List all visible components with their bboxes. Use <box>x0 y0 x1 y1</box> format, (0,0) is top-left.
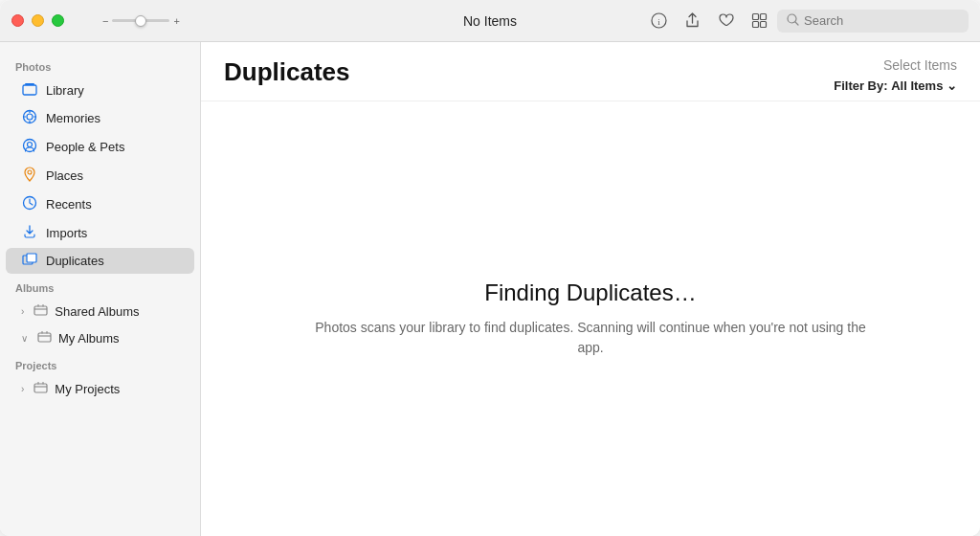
search-input[interactable] <box>804 13 959 28</box>
recents-icon <box>21 195 38 213</box>
my-projects-chevron: › <box>21 384 24 394</box>
content-header: Duplicates Select Items Filter By: All I… <box>201 42 980 101</box>
svg-rect-21 <box>27 254 36 262</box>
favorite-button[interactable] <box>716 11 736 31</box>
slider-thumb <box>135 15 146 27</box>
filter-label: Filter By: <box>834 78 887 93</box>
sidebar-item-shared-albums[interactable]: › Shared Albums <box>6 299 194 324</box>
zoom-out-icon[interactable]: − <box>102 15 108 27</box>
shared-albums-icon <box>32 303 49 320</box>
svg-rect-9 <box>25 83 34 85</box>
sidebar-item-places[interactable]: Places <box>6 162 194 190</box>
titlebar-icon-group: i <box>649 11 769 31</box>
sidebar-item-duplicates[interactable]: Duplicates <box>6 248 194 274</box>
filter-chevron-icon: ⌄ <box>947 78 957 93</box>
memories-icon <box>21 109 38 127</box>
projects-section-label: Projects <box>0 352 200 375</box>
sidebar: Photos Library <box>0 42 201 536</box>
imports-label: Imports <box>46 226 87 240</box>
search-icon <box>787 13 799 29</box>
svg-rect-8 <box>23 85 36 95</box>
svg-text:i: i <box>657 17 660 27</box>
svg-line-7 <box>795 22 798 25</box>
svg-rect-22 <box>34 306 47 315</box>
sidebar-item-imports[interactable]: Imports <box>6 219 194 247</box>
albums-section-label: Albums <box>0 275 200 298</box>
finding-title: Finding Duplicates… <box>484 279 696 306</box>
page-title: Duplicates <box>224 57 350 87</box>
places-label: Places <box>46 168 83 183</box>
finding-subtitle: Photos scans your library to find duplic… <box>313 318 868 358</box>
content-area: Duplicates Select Items Filter By: All I… <box>201 42 980 536</box>
close-button[interactable] <box>11 14 24 27</box>
people-pets-icon <box>21 138 38 156</box>
duplicates-icon <box>21 253 38 269</box>
share-button[interactable] <box>682 11 702 31</box>
minimize-button[interactable] <box>32 14 44 27</box>
sidebar-item-my-projects[interactable]: › My Projects <box>6 376 194 402</box>
zoom-slider-container: − + <box>102 15 180 27</box>
sidebar-item-memories[interactable]: Memories <box>6 104 194 132</box>
svg-rect-23 <box>38 333 51 342</box>
traffic-lights <box>11 14 64 27</box>
header-actions: Select Items Filter By: All Items ⌄ <box>834 57 957 93</box>
shared-albums-chevron: › <box>21 306 24 317</box>
titlebar-no-items: No Items <box>463 13 517 29</box>
library-icon <box>21 82 38 99</box>
svg-rect-24 <box>34 384 47 392</box>
sidebar-item-recents[interactable]: Recents <box>6 190 194 218</box>
maximize-button[interactable] <box>52 14 64 27</box>
titlebar-right: i <box>649 10 969 33</box>
layout-button[interactable] <box>749 11 769 31</box>
select-items-button[interactable]: Select Items <box>883 57 957 73</box>
search-box[interactable] <box>777 10 969 33</box>
my-albums-chevron: ∨ <box>21 333 28 344</box>
svg-point-11 <box>27 114 33 120</box>
imports-icon <box>21 224 38 242</box>
titlebar-center: No Items <box>463 13 517 29</box>
info-button[interactable]: i <box>649 11 669 31</box>
zoom-in-icon[interactable]: + <box>173 15 179 27</box>
svg-rect-5 <box>761 22 767 28</box>
zoom-slider[interactable] <box>112 19 169 22</box>
main-area: Photos Library <box>0 42 980 536</box>
my-albums-icon <box>35 330 53 346</box>
my-albums-label: My Albums <box>58 331 120 346</box>
app-window: − + No Items i <box>0 0 980 536</box>
memories-label: Memories <box>46 111 100 125</box>
my-projects-label: My Projects <box>55 382 120 396</box>
titlebar: − + No Items i <box>0 0 980 42</box>
svg-rect-2 <box>753 14 759 20</box>
svg-rect-3 <box>761 14 767 20</box>
filter-bar[interactable]: Filter By: All Items ⌄ <box>834 78 957 93</box>
duplicates-label: Duplicates <box>46 254 104 268</box>
svg-point-17 <box>28 143 33 147</box>
people-pets-label: People & Pets <box>46 140 124 154</box>
recents-label: Recents <box>46 197 92 212</box>
places-icon <box>21 167 38 185</box>
sidebar-item-people-pets[interactable]: People & Pets <box>6 133 194 161</box>
sidebar-item-my-albums[interactable]: ∨ My Albums <box>6 325 194 351</box>
content-body: Finding Duplicates… Photos scans your li… <box>201 101 980 536</box>
filter-value: All Items <box>891 78 943 93</box>
svg-point-18 <box>28 170 32 174</box>
my-projects-icon <box>32 381 49 397</box>
sidebar-item-library[interactable]: Library <box>6 78 194 103</box>
library-label: Library <box>46 83 84 98</box>
shared-albums-label: Shared Albums <box>55 304 139 319</box>
svg-rect-4 <box>753 22 759 28</box>
photos-section-label: Photos <box>0 54 200 77</box>
